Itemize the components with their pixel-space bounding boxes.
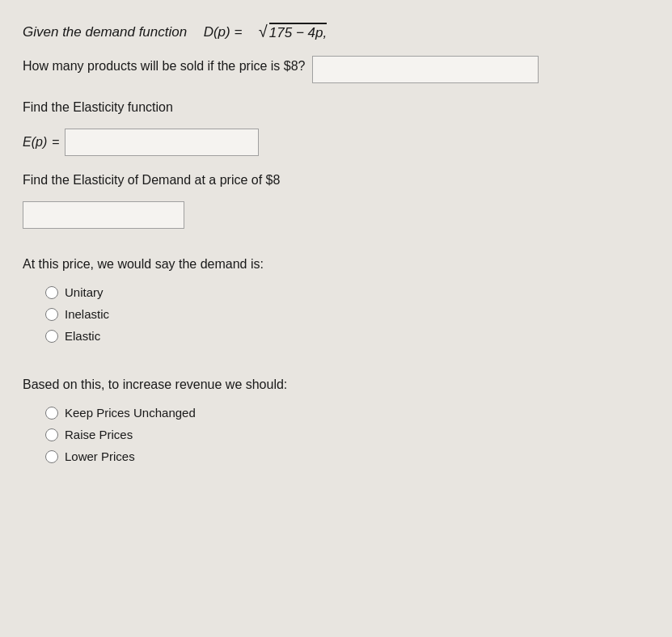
q5-label-keep: Keep Prices Unchanged (65, 406, 196, 420)
q1-block: How many products will be sold if the pr… (23, 56, 643, 83)
eq-sign: = (52, 135, 59, 150)
q4-block: At this price, we would say the demand i… (23, 255, 643, 343)
q1-row: How many products will be sold if the pr… (23, 56, 643, 83)
sqrt-content: 175 − 4p, (269, 23, 327, 41)
q5-radio-lower[interactable] (45, 450, 58, 463)
sqrt-wrapper: √ 175 − 4p, (259, 23, 327, 41)
q5-radio-raise[interactable] (45, 428, 58, 441)
q4-label: At this price, we would say the demand i… (23, 255, 643, 274)
spacer1 (23, 243, 643, 255)
q4-option-inelastic[interactable]: Inelastic (45, 307, 643, 321)
q4-label-inelastic: Inelastic (65, 307, 109, 321)
q2-label: Find the Elasticity function (23, 98, 643, 117)
q3-block: Find the Elasticity of Demand at a price… (23, 171, 643, 229)
q2-row: E(p) = (23, 129, 643, 156)
q5-block: Based on this, to increase revenue we sh… (23, 375, 643, 463)
q1-input[interactable] (312, 56, 539, 83)
q5-option-lower[interactable]: Lower Prices (45, 449, 643, 463)
q2-input[interactable] (65, 129, 259, 156)
q4-radio-inelastic[interactable] (45, 308, 58, 321)
ep-label: E(p) (23, 135, 47, 150)
q5-radio-group: Keep Prices Unchanged Raise Prices Lower… (45, 406, 643, 463)
q4-option-unitary[interactable]: Unitary (45, 285, 643, 299)
q1-text: How many products will be sold if the pr… (23, 57, 306, 76)
q5-label-raise: Raise Prices (65, 428, 133, 441)
sqrt-symbol: √ (259, 23, 268, 41)
function-label: D(p) = (204, 24, 243, 40)
q5-label-lower: Lower Prices (65, 449, 135, 463)
q5-option-raise[interactable]: Raise Prices (45, 428, 643, 441)
given-text: Given the demand function (23, 24, 187, 40)
q3-label: Find the Elasticity of Demand at a price… (23, 171, 643, 190)
spacer2 (23, 357, 643, 375)
q4-option-elastic[interactable]: Elastic (45, 329, 643, 343)
q2-block: Find the Elasticity function E(p) = (23, 98, 643, 156)
header-block: Given the demand function D(p) = √ 175 −… (23, 23, 643, 41)
q4-radio-group: Unitary Inelastic Elastic (45, 285, 643, 343)
q4-radio-unitary[interactable] (45, 286, 58, 299)
q5-radio-keep[interactable] (45, 407, 58, 420)
q4-label-unitary: Unitary (65, 285, 104, 299)
function-row: Given the demand function D(p) = √ 175 −… (23, 23, 643, 41)
main-container: Given the demand function D(p) = √ 175 −… (0, 0, 672, 637)
q3-input[interactable] (23, 201, 184, 229)
q5-option-keep[interactable]: Keep Prices Unchanged (45, 406, 643, 420)
q4-label-elastic: Elastic (65, 329, 100, 343)
q5-label: Based on this, to increase revenue we sh… (23, 375, 643, 394)
q4-radio-elastic[interactable] (45, 330, 58, 343)
